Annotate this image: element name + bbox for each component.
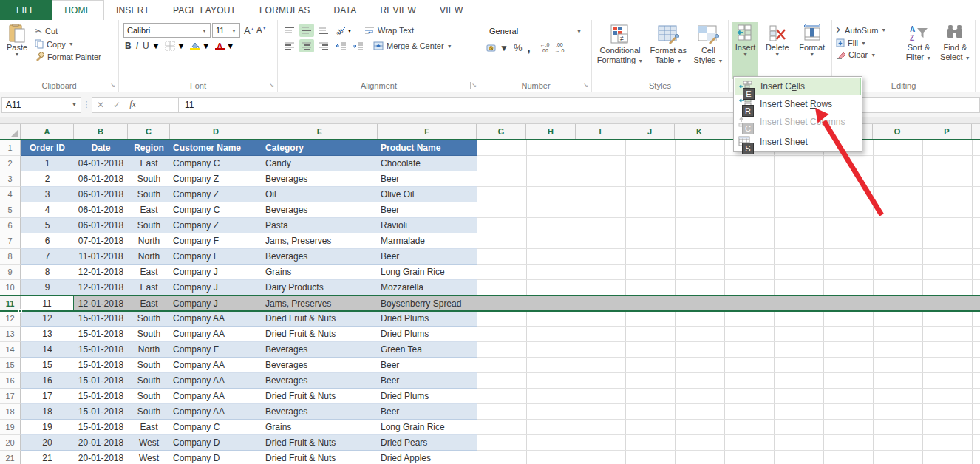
cell-D3[interactable]: Company Z: [170, 171, 262, 187]
autosum-dropdown-arrow[interactable]: ▼: [881, 27, 886, 33]
cell-C12[interactable]: South: [128, 311, 170, 327]
cell-A15[interactable]: 15: [21, 358, 74, 373]
align-left-button[interactable]: [282, 39, 297, 52]
find-select-dropdown-arrow[interactable]: ▼: [965, 55, 970, 61]
empty-cells-2[interactable]: [477, 156, 980, 171]
cell-E4[interactable]: Oil: [262, 187, 378, 202]
cell-E21[interactable]: Dried Fruit & Nuts: [262, 451, 378, 464]
empty-cells-15[interactable]: [477, 358, 980, 373]
cell-B11[interactable]: 12-01-2018: [74, 296, 128, 310]
empty-cells-16[interactable]: [477, 373, 980, 389]
row-header-20[interactable]: 20: [0, 435, 21, 451]
cell-E10[interactable]: Dairy Products: [262, 280, 378, 296]
font-dialog-launcher[interactable]: ↘: [268, 82, 275, 89]
cell-F9[interactable]: Long Grain Rice: [378, 265, 477, 280]
fill-color-button[interactable]: ▼: [190, 41, 211, 51]
format-painter-button[interactable]: Format Painter: [33, 51, 103, 62]
empty-cells-12[interactable]: [477, 311, 980, 327]
cell-F2[interactable]: Chocolate: [378, 156, 477, 171]
cell-F3[interactable]: Beer: [378, 171, 477, 187]
empty-cells-21[interactable]: [477, 451, 980, 464]
conditional-formatting-dropdown-arrow[interactable]: ▼: [638, 58, 643, 64]
cell-E3[interactable]: Beverages: [262, 171, 378, 187]
cell-styles-dropdown-arrow[interactable]: ▼: [718, 58, 723, 64]
cell-D21[interactable]: Company D: [170, 451, 262, 464]
cell-B20[interactable]: 20-01-2018: [74, 435, 128, 451]
row-header-3[interactable]: 3: [0, 171, 21, 187]
cell-A2[interactable]: 1: [21, 156, 74, 171]
column-header-I[interactable]: I: [576, 124, 625, 139]
empty-cells-13[interactable]: [477, 327, 980, 342]
column-header-A[interactable]: A: [21, 124, 74, 139]
cell-B2[interactable]: 04-01-2018: [74, 156, 128, 171]
cell-D7[interactable]: Company F: [170, 233, 262, 249]
cell-B16[interactable]: 15-01-2018: [74, 373, 128, 389]
row-header-11[interactable]: 11: [0, 296, 21, 310]
cell-D5[interactable]: Company C: [170, 202, 262, 218]
cell-B18[interactable]: 15-01-2018: [74, 404, 128, 420]
cell-C7[interactable]: North: [128, 233, 170, 249]
format-dropdown-arrow[interactable]: ▼: [809, 52, 814, 57]
cell-D14[interactable]: Company F: [170, 342, 262, 358]
cell-B7[interactable]: 07-01-2018: [74, 233, 128, 249]
borders-button[interactable]: ▼: [165, 41, 186, 51]
empty-cells-19[interactable]: [477, 420, 980, 435]
tab-formulas[interactable]: FORMULAS: [248, 0, 321, 20]
column-header-D[interactable]: D: [170, 124, 262, 139]
cell-E11[interactable]: Jams, Preserves: [262, 296, 378, 310]
cell-C20[interactable]: West: [128, 435, 170, 451]
cell-A12[interactable]: 12: [21, 311, 74, 327]
cell-C13[interactable]: South: [128, 327, 170, 342]
fill-color-dropdown-arrow[interactable]: ▼: [202, 41, 211, 51]
cell-D10[interactable]: Company J: [170, 280, 262, 296]
shrink-font-button[interactable]: A▼: [256, 25, 267, 35]
tab-data[interactable]: DATA: [321, 0, 368, 20]
cell-B1[interactable]: Date: [74, 140, 128, 156]
cell-B8[interactable]: 11-01-2018: [74, 249, 128, 265]
copy-button[interactable]: Copy ▼: [33, 38, 103, 50]
name-box[interactable]: A11 ▼: [1, 97, 81, 113]
fill-handle[interactable]: [18, 309, 22, 313]
cell-E9[interactable]: Grains: [262, 265, 378, 280]
cell-A10[interactable]: 9: [21, 280, 74, 296]
column-header-F[interactable]: F: [378, 124, 477, 139]
cell-C6[interactable]: South: [128, 218, 170, 233]
insert-button[interactable]: Insert ▼: [732, 22, 759, 79]
empty-cells-14[interactable]: [477, 342, 980, 358]
select-all-button[interactable]: [0, 124, 21, 139]
cell-E15[interactable]: Beverages: [262, 358, 378, 373]
row-header-12[interactable]: 12: [0, 311, 21, 327]
cell-styles-button[interactable]: Cell Styles ▼: [690, 22, 726, 79]
cell-E5[interactable]: Beverages: [262, 202, 378, 218]
format-button[interactable]: Format ▼: [796, 22, 828, 79]
cell-A8[interactable]: 7: [21, 249, 74, 265]
empty-cells-9[interactable]: [477, 265, 980, 280]
cell-B10[interactable]: 12-01-2018: [74, 280, 128, 296]
cell-A5[interactable]: 4: [21, 202, 74, 218]
format-as-table-dropdown-arrow[interactable]: ▼: [677, 58, 682, 64]
cell-A13[interactable]: 13: [21, 327, 74, 342]
row-header-16[interactable]: 16: [0, 373, 21, 389]
cell-A18[interactable]: 18: [21, 404, 74, 420]
cell-A4[interactable]: 3: [21, 187, 74, 202]
find-select-button[interactable]: Find & Select ▼: [937, 22, 973, 79]
grow-font-button[interactable]: A▲: [244, 25, 255, 36]
cell-A17[interactable]: 17: [21, 389, 74, 404]
row-header-8[interactable]: 8: [0, 249, 21, 265]
empty-cells-11[interactable]: [477, 296, 980, 310]
cell-D20[interactable]: Company D: [170, 435, 262, 451]
comma-style-button[interactable]: ,: [527, 41, 530, 54]
font-color-dropdown-arrow[interactable]: ▼: [226, 41, 235, 51]
cell-E19[interactable]: Grains: [262, 420, 378, 435]
align-center-button[interactable]: [299, 39, 314, 52]
percent-style-button[interactable]: %: [514, 42, 523, 53]
cell-A7[interactable]: 6: [21, 233, 74, 249]
increase-indent-button[interactable]: [350, 39, 365, 52]
cell-A16[interactable]: 16: [21, 373, 74, 389]
cell-B19[interactable]: 15-01-2018: [74, 420, 128, 435]
cell-E12[interactable]: Dried Fruit & Nuts: [262, 311, 378, 327]
cell-D16[interactable]: Company AA: [170, 373, 262, 389]
cell-D1[interactable]: Customer Name: [170, 140, 262, 156]
decrease-decimal-button[interactable]: .00 →.0: [554, 42, 564, 53]
menu-item-insert-cells[interactable]: EInsert Cells: [735, 78, 861, 95]
